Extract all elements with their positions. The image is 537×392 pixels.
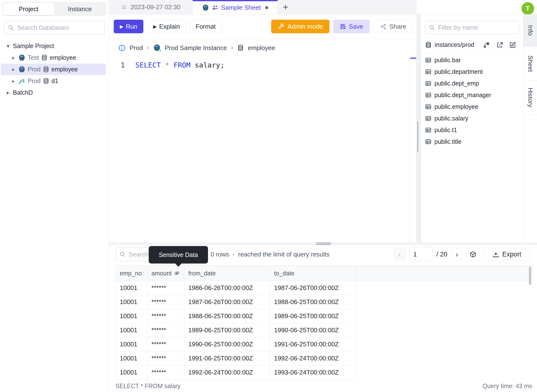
chevron-left-icon: ‹ (398, 250, 401, 259)
search-databases-input[interactable] (17, 24, 101, 32)
avatar[interactable]: T (521, 2, 534, 15)
caret-right-icon[interactable]: ▸ (11, 66, 16, 73)
table-cell[interactable]: 1989-06-25T00:00:00Z (270, 309, 356, 323)
table-item[interactable]: public.department (421, 66, 523, 77)
table-item[interactable]: public.bar (421, 54, 523, 66)
tab-project[interactable]: Project (3, 3, 54, 15)
table-name: public.dept_emp (434, 80, 479, 87)
table-cell-masked[interactable]: ****** (147, 323, 184, 337)
results-resize-handle[interactable] (316, 243, 331, 245)
breadcrumb-instance[interactable]: Prod Sample Instance (165, 44, 227, 52)
results-scrollbar[interactable] (529, 267, 531, 285)
external-link-icon[interactable] (496, 41, 503, 49)
table-cell-masked[interactable]: ****** (147, 337, 184, 351)
table-cell[interactable]: 1993-06-24T00:00:00Z (270, 366, 356, 380)
table-cell[interactable]: 1988-06-25T00:00:00Z (184, 309, 270, 323)
tab-sample-sheet[interactable]: Sample Sheet (193, 0, 278, 14)
table-item[interactable]: public.dept_manager (421, 89, 523, 101)
table-item[interactable]: public.title (421, 136, 523, 147)
table-item[interactable]: public.salary (421, 112, 523, 124)
column-header-label: amount (151, 270, 172, 277)
table-item[interactable]: public.employee (421, 101, 523, 112)
table-cell[interactable]: 1992-06-24T00:00:00Z (184, 366, 270, 380)
filter-by-name-input[interactable] (438, 24, 515, 32)
filter-box[interactable] (425, 21, 519, 34)
table-cell[interactable]: 1989-06-25T00:00:00Z (184, 323, 270, 337)
table-cell[interactable]: 1991-06-25T00:00:00Z (270, 337, 356, 351)
table-cell[interactable]: 1987-06-26T00:00:00Z (184, 295, 270, 309)
tab-instance[interactable]: Instance (54, 3, 105, 15)
table-icon (425, 138, 432, 145)
edit-icon[interactable] (509, 41, 516, 49)
tab-sheet[interactable]: Sheet (523, 47, 537, 81)
table-cell[interactable]: 10001 (115, 295, 147, 309)
page-number-input[interactable] (409, 247, 433, 261)
sidebar-resize-handle[interactable] (107, 189, 110, 204)
table-cell[interactable]: 10001 (115, 309, 147, 323)
table-cell[interactable]: 1992-06-24T00:00:00Z (270, 351, 356, 366)
column-header-amount[interactable]: amount (147, 265, 184, 281)
tree-item-batchd[interactable]: ▸ BatchD (1, 87, 106, 98)
tree-item-prod-employee[interactable]: ▸ Prod employee (1, 64, 106, 75)
tab-connection-label: 2023-09-27 02:30 (130, 3, 180, 11)
run-button[interactable]: ▶ Run (114, 20, 143, 33)
schema-cube-button[interactable] (466, 248, 480, 261)
export-button[interactable]: Export (484, 248, 530, 261)
table-cell[interactable]: 10001 (115, 351, 147, 366)
table-cell-masked[interactable]: ****** (147, 309, 184, 323)
prev-page-button[interactable]: ‹ (394, 248, 405, 261)
breadcrumb-environment[interactable]: Prod (130, 44, 143, 52)
table-cell[interactable]: 10001 (115, 323, 147, 337)
project-label: BatchD (13, 89, 33, 96)
caret-down-icon[interactable]: ▾ (5, 43, 11, 49)
sql-editor[interactable]: 1 SELECT * FROM salary; (109, 57, 410, 242)
table-cell[interactable]: 10001 (115, 337, 147, 351)
info-icon[interactable] (118, 44, 126, 52)
tree-item-test-employee[interactable]: ▸ Test employee (1, 52, 106, 63)
database-icon (43, 78, 49, 84)
table-cell-masked[interactable]: ****** (147, 281, 184, 295)
table-cell[interactable]: 10001 (115, 281, 147, 295)
table-cell-masked[interactable]: ****** (147, 351, 184, 366)
tree-item-prod-d1[interactable]: ▸ Prod d1 (1, 75, 106, 87)
table-cell-masked[interactable]: ****** (147, 295, 184, 309)
table-cell[interactable]: 1990-06-25T00:00:00Z (184, 337, 270, 351)
format-button[interactable]: Format (190, 20, 222, 33)
table-cell[interactable]: 1987-06-26T00:00:00Z (270, 281, 356, 295)
column-header[interactable]: emp_no (115, 265, 147, 281)
tab-connection[interactable]: 2023-09-27 02:30 (109, 0, 193, 14)
right-panel-resize-handle[interactable] (417, 121, 420, 136)
database-search-box[interactable] (4, 21, 105, 34)
column-header[interactable]: from_date (184, 265, 270, 281)
table-item[interactable]: public.t1 (421, 124, 523, 136)
table-cell[interactable]: 10001 (115, 366, 147, 380)
table-item[interactable]: public.dept_emp (421, 77, 523, 89)
table-cell[interactable]: 1990-06-25T00:00:00Z (270, 323, 356, 337)
table-cell-filler (356, 351, 533, 366)
caret-right-icon[interactable]: ▸ (11, 55, 16, 61)
caret-right-icon[interactable]: ▸ (5, 90, 11, 96)
right-panel-divider[interactable] (416, 14, 421, 242)
breadcrumb-database[interactable]: employee (248, 44, 275, 52)
share-button[interactable]: Share (373, 20, 413, 33)
database-icon (425, 42, 432, 48)
save-button[interactable]: Save (333, 20, 370, 33)
schema-diagram-icon[interactable] (483, 41, 490, 49)
results-panel-divider[interactable] (109, 242, 537, 245)
table-cell[interactable]: 1986-06-26T00:00:00Z (184, 281, 270, 295)
tree-item-sample-project[interactable]: ▾ Sample Project (1, 40, 106, 52)
table-cell-masked[interactable]: ****** (147, 366, 184, 380)
column-header[interactable]: to_date (270, 265, 356, 281)
table-cell[interactable]: 1991-06-25T00:00:00Z (184, 351, 270, 366)
tab-info[interactable]: Info (523, 14, 537, 47)
eye-off-icon[interactable] (174, 270, 180, 276)
table-cell[interactable]: 1988-06-25T00:00:00Z (270, 295, 356, 309)
explain-button[interactable]: ▶ Explain (147, 20, 186, 33)
admin-mode-button[interactable]: Admin mode (271, 20, 329, 33)
new-tab-button[interactable]: + (278, 0, 293, 14)
caret-right-icon[interactable]: ▸ (11, 78, 16, 84)
table-icon (425, 68, 432, 75)
tab-history[interactable]: History (523, 81, 537, 115)
editor-overview-ruler[interactable] (410, 57, 416, 242)
next-page-button[interactable]: › (451, 248, 462, 261)
